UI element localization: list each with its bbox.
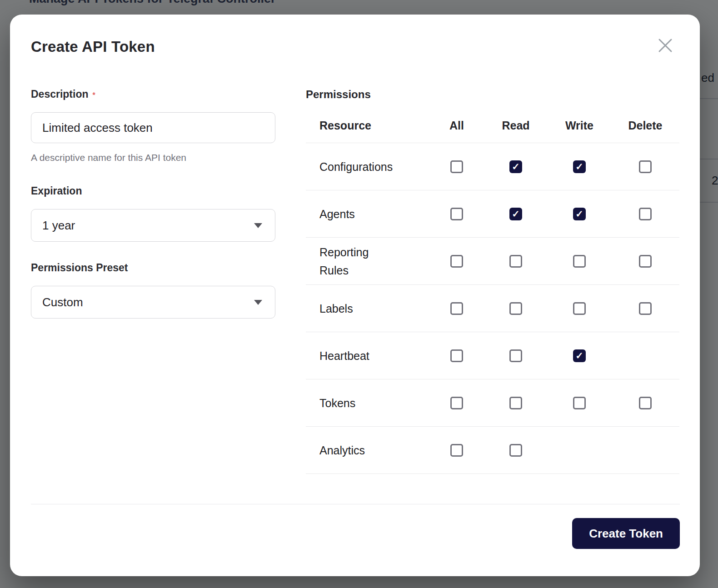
checkbox-agents-all[interactable] — [450, 208, 463, 220]
checkbox-reporting-rules-delete[interactable] — [639, 255, 652, 268]
close-button[interactable] — [657, 37, 673, 54]
checkbox-tokens-delete[interactable] — [639, 397, 652, 409]
resource-label: Analytics — [319, 441, 365, 459]
table-row-agents: Agents — [306, 190, 679, 238]
column-header-delete: Delete — [611, 119, 679, 132]
checkbox-agents-read[interactable] — [509, 208, 522, 220]
checkbox-configurations-read[interactable] — [509, 160, 522, 173]
table-row-tokens: Tokens — [306, 379, 679, 427]
resource-label: Reporting Rules — [319, 243, 392, 279]
table-row-analytics: Analytics — [306, 427, 679, 474]
expiration-select[interactable]: 1 year — [31, 209, 275, 242]
table-row-heartbeat: Heartbeat — [306, 332, 679, 379]
resource-label: Labels — [319, 299, 353, 318]
checkbox-reporting-rules-write[interactable] — [573, 255, 586, 268]
permissions-header-row: Resource All Read Write Delete — [306, 108, 679, 143]
checkbox-reporting-rules-all[interactable] — [450, 255, 463, 268]
table-row-reporting-rules: Reporting Rules — [306, 238, 679, 285]
column-header-read: Read — [484, 119, 548, 132]
form-column: Description* A descriptive name for this… — [31, 88, 275, 319]
column-header-resource: Resource — [306, 119, 429, 132]
description-input[interactable] — [31, 112, 275, 143]
permissions-column: Permissions Resource All Read Write Dele… — [306, 88, 679, 474]
checkbox-configurations-all[interactable] — [450, 160, 463, 173]
checkbox-labels-write[interactable] — [573, 302, 586, 315]
column-header-all: All — [429, 119, 484, 132]
table-row-configurations: Configurations — [306, 143, 679, 190]
resource-label: Tokens — [319, 394, 355, 412]
table-row-labels: Labels — [306, 285, 679, 332]
resource-label: Heartbeat — [319, 347, 369, 365]
create-api-token-dialog: Create API Token Description* A descript… — [10, 15, 700, 576]
checkbox-labels-delete[interactable] — [639, 302, 652, 315]
checkbox-analytics-read[interactable] — [509, 444, 522, 457]
checkbox-labels-all[interactable] — [450, 302, 463, 315]
checkbox-analytics-all[interactable] — [450, 444, 463, 457]
checkbox-agents-delete[interactable] — [639, 208, 652, 220]
checkbox-tokens-read[interactable] — [509, 397, 522, 409]
permissions-preset-select[interactable]: Custom — [31, 286, 275, 319]
resource-label: Agents — [319, 205, 355, 223]
dialog-title: Create API Token — [31, 38, 680, 55]
description-helper-text: A descriptive name for this API token — [31, 152, 275, 163]
checkbox-labels-read[interactable] — [509, 302, 522, 315]
checkbox-tokens-write[interactable] — [573, 397, 586, 409]
checkbox-heartbeat-read[interactable] — [509, 349, 522, 362]
required-marker: * — [93, 91, 95, 99]
permissions-heading: Permissions — [306, 88, 679, 101]
column-header-write: Write — [548, 119, 611, 132]
permissions-preset-label: Permissions Preset — [31, 262, 275, 274]
preset-selected-value: Custom — [42, 295, 83, 309]
resource-label: Configurations — [319, 158, 392, 176]
expiration-label: Expiration — [31, 185, 275, 197]
checkbox-agents-write[interactable] — [573, 208, 586, 220]
dialog-footer: Create Token — [31, 504, 680, 549]
close-icon — [657, 37, 673, 54]
checkbox-tokens-all[interactable] — [450, 397, 463, 409]
checkbox-reporting-rules-read[interactable] — [509, 255, 522, 268]
checkbox-heartbeat-all[interactable] — [450, 349, 463, 362]
checkbox-configurations-delete[interactable] — [639, 160, 652, 173]
chevron-down-icon — [254, 223, 262, 228]
create-token-button[interactable]: Create Token — [572, 518, 680, 549]
checkbox-configurations-write[interactable] — [573, 160, 586, 173]
checkbox-heartbeat-write[interactable] — [573, 349, 586, 362]
permissions-table: Resource All Read Write Delete Configura… — [306, 108, 679, 474]
chevron-down-icon — [254, 300, 262, 305]
expiration-selected-value: 1 year — [42, 219, 75, 233]
description-label: Description* — [31, 88, 275, 100]
